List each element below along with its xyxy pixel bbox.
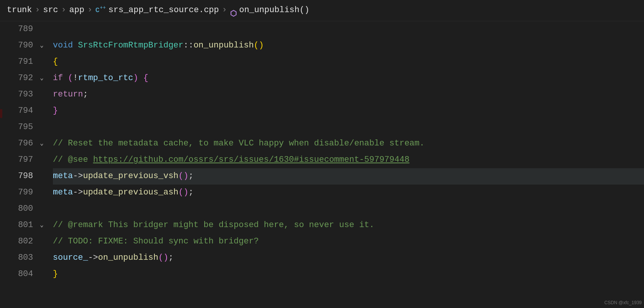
line-number[interactable]: 800: [0, 201, 33, 217]
fold-toggle: [40, 103, 53, 119]
breadcrumb-bar: trunk › src › app › C++ srs_app_rtc_sour…: [0, 0, 644, 21]
chevron-down-icon[interactable]: ⌄: [40, 138, 44, 150]
code-line[interactable]: // TODO: FIXME: Should sync with bridger…: [53, 234, 644, 250]
fold-toggle[interactable]: ⌄: [40, 70, 53, 87]
line-number[interactable]: 804: [0, 266, 33, 283]
line-number[interactable]: 790: [0, 38, 33, 54]
cpp-file-icon: C++: [95, 4, 106, 17]
code-line[interactable]: meta->update_previous_vsh();: [53, 168, 644, 185]
code-line[interactable]: // @see https://github.com/ossrs/srs/iss…: [53, 152, 644, 168]
code-line[interactable]: {: [53, 54, 644, 70]
chevron-down-icon[interactable]: ⌄: [40, 40, 44, 52]
line-number[interactable]: 799: [0, 185, 33, 201]
breadcrumb-item-trunk[interactable]: trunk: [7, 2, 32, 19]
fold-gutter[interactable]: ⌄⌄⌄⌄: [40, 21, 53, 308]
code-line[interactable]: meta->update_previous_ash();: [53, 185, 644, 201]
line-number[interactable]: 795: [0, 119, 33, 136]
fold-toggle[interactable]: ⌄: [40, 136, 53, 152]
line-number[interactable]: 791: [0, 54, 33, 70]
breadcrumb-separator: ›: [35, 2, 40, 19]
code-line[interactable]: return;: [53, 87, 644, 103]
code-line[interactable]: void SrsRtcFromRtmpBridger::on_unpublish…: [53, 38, 644, 54]
code-line[interactable]: [53, 21, 644, 38]
code-area[interactable]: void SrsRtcFromRtmpBridger::on_unpublish…: [53, 21, 644, 308]
watermark-text: CSDN @xfc_1939: [604, 299, 642, 307]
chevron-down-icon[interactable]: ⌄: [40, 73, 44, 84]
line-number-gutter[interactable]: 7897907917927937947957967977987998008018…: [0, 21, 40, 308]
fold-toggle[interactable]: ⌄: [40, 217, 53, 234]
fold-toggle: [40, 266, 53, 283]
code-line[interactable]: if (!rtmp_to_rtc) {: [53, 70, 644, 87]
line-number[interactable]: 803: [0, 250, 33, 266]
line-number[interactable]: 794: [0, 103, 33, 119]
breadcrumb-label: app: [69, 2, 84, 19]
line-number[interactable]: 801: [0, 217, 33, 234]
code-line[interactable]: [53, 201, 644, 217]
breadcrumb-label: srs_app_rtc_source.cpp: [108, 2, 219, 19]
code-line[interactable]: source_->on_unpublish();: [53, 250, 644, 266]
fold-toggle: [40, 250, 53, 266]
line-number[interactable]: 792: [0, 70, 33, 87]
fold-toggle: [40, 185, 53, 201]
fold-toggle: [40, 54, 53, 70]
breadcrumb-separator: ›: [87, 2, 92, 19]
fold-toggle: [40, 234, 53, 250]
line-number[interactable]: 793: [0, 87, 33, 103]
breakpoint-indicator: [0, 109, 2, 118]
fold-toggle: [40, 87, 53, 103]
code-line[interactable]: // Reset the metadata cache, to make VLC…: [53, 136, 644, 152]
code-editor[interactable]: 7897907917927937947957967977987998008018…: [0, 21, 644, 308]
breadcrumb-label: on_unpublish(): [239, 2, 310, 19]
line-number[interactable]: 798: [0, 168, 33, 185]
chevron-down-icon[interactable]: ⌄: [40, 220, 44, 231]
breadcrumb-item-symbol[interactable]: on_unpublish(): [230, 2, 310, 19]
code-line[interactable]: }: [53, 266, 644, 283]
fold-toggle: [40, 168, 53, 185]
code-line[interactable]: }: [53, 103, 644, 119]
fold-toggle: [40, 119, 53, 136]
breadcrumb-item-app[interactable]: app: [69, 2, 84, 19]
line-number[interactable]: 802: [0, 234, 33, 250]
method-icon: [230, 7, 237, 14]
line-number[interactable]: 797: [0, 152, 33, 168]
breadcrumb-item-src[interactable]: src: [43, 2, 58, 19]
breadcrumb-separator: ›: [61, 2, 66, 19]
fold-toggle: [40, 201, 53, 217]
breadcrumb-label: src: [43, 2, 58, 19]
breadcrumb-separator: ›: [222, 2, 227, 19]
fold-toggle[interactable]: ⌄: [40, 38, 53, 54]
line-number[interactable]: 789: [0, 21, 33, 38]
breadcrumb-item-file[interactable]: C++ srs_app_rtc_source.cpp: [95, 2, 219, 19]
fold-toggle: [40, 152, 53, 168]
line-number[interactable]: 796: [0, 136, 33, 152]
fold-toggle: [40, 21, 53, 38]
breadcrumb-label: trunk: [7, 2, 32, 19]
code-line[interactable]: [53, 119, 644, 136]
code-line[interactable]: // @remark This bridger might be dispose…: [53, 217, 644, 234]
